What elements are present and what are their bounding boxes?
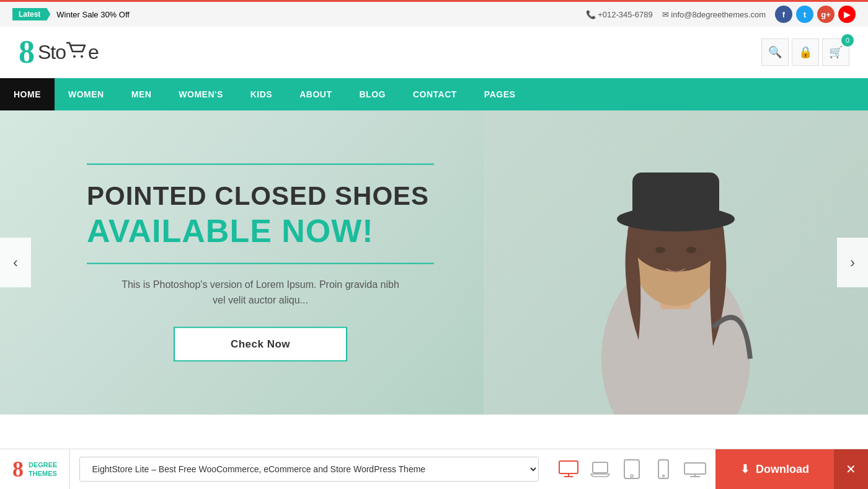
nav-item-womens[interactable]: WOMEN'S bbox=[165, 78, 236, 110]
header: 8 Sto e 🔍 🔒 0 🛒 bbox=[0, 27, 868, 78]
phone-link[interactable]: 📞 +012-345-6789 bbox=[586, 10, 653, 19]
social-icons: f t g+ ▶ bbox=[775, 6, 856, 23]
email-link[interactable]: ✉ info@8degreethemes.com bbox=[662, 10, 766, 19]
lock-icon: 🔒 bbox=[799, 45, 812, 59]
top-bar: Latest Winter Sale 30% Off 📞 +012-345-67… bbox=[0, 0, 868, 27]
nav-item-pages[interactable]: PAGES bbox=[471, 78, 529, 110]
svg-point-0 bbox=[73, 55, 76, 58]
cart-icon: 🛒 bbox=[829, 45, 843, 59]
nav-item-men[interactable]: MEN bbox=[118, 78, 166, 110]
hero-subtitle: POINTED CLOSED SHOES bbox=[87, 181, 434, 212]
search-icon: 🔍 bbox=[768, 45, 782, 59]
hero-title: AVAILABLE NOW! bbox=[87, 212, 434, 250]
nav-item-blog[interactable]: BLOG bbox=[345, 78, 399, 110]
top-bar-left: Latest Winter Sale 30% Off bbox=[12, 8, 130, 20]
logo-cart-icon bbox=[66, 42, 88, 59]
nav-item-contact[interactable]: CONTACT bbox=[399, 78, 471, 110]
hero-person-illustration bbox=[484, 110, 868, 415]
phone-icon: 📞 bbox=[586, 10, 598, 19]
hero-content: POINTED CLOSED SHOES AVAILABLE NOW! This… bbox=[87, 164, 434, 362]
youtube-icon[interactable]: ▶ bbox=[838, 6, 856, 23]
chevron-left-icon: ‹ bbox=[13, 254, 18, 271]
nav-item-women[interactable]: WOMEN bbox=[55, 78, 118, 110]
email-address: info@8degreethemes.com bbox=[671, 10, 766, 19]
main-nav: HOME WOMEN MEN WOMEN'S KIDS ABOUT BLOG C… bbox=[0, 78, 868, 110]
latest-badge: Latest bbox=[12, 8, 50, 20]
hero-divider-top bbox=[87, 164, 434, 165]
header-actions: 🔍 🔒 0 🛒 bbox=[761, 38, 849, 66]
phone-number: +012-345-6789 bbox=[598, 10, 653, 19]
site-logo[interactable]: 8 Sto e bbox=[19, 36, 99, 68]
logo-number: 8 bbox=[19, 36, 35, 68]
chevron-right-icon: › bbox=[850, 254, 855, 271]
svg-point-1 bbox=[81, 55, 83, 58]
slider-prev-button[interactable]: ‹ bbox=[0, 238, 31, 287]
twitter-icon[interactable]: t bbox=[796, 6, 813, 23]
logo-text: Sto e bbox=[38, 41, 99, 64]
top-bar-right: 📞 +012-345-6789 ✉ info@8degreethemes.com… bbox=[586, 6, 856, 23]
facebook-icon[interactable]: f bbox=[775, 6, 792, 23]
hero-divider-bottom bbox=[87, 262, 434, 264]
hero-description: This is Photoshop's version of Lorem Ips… bbox=[87, 276, 434, 308]
check-now-button[interactable]: Check Now bbox=[174, 326, 347, 361]
search-button[interactable]: 🔍 bbox=[761, 38, 789, 66]
cart-badge: 0 bbox=[841, 34, 854, 47]
nav-item-about[interactable]: ABOUT bbox=[286, 78, 345, 110]
account-button[interactable]: 🔒 bbox=[792, 38, 819, 66]
googleplus-icon[interactable]: g+ bbox=[817, 6, 835, 23]
hero-slider: ‹ POINTED CLOSED SHOES AVAILABLE NOW! Th… bbox=[0, 110, 868, 415]
nav-item-home[interactable]: HOME bbox=[0, 78, 55, 110]
cart-button[interactable]: 0 🛒 bbox=[822, 38, 849, 66]
nav-item-kids[interactable]: KIDS bbox=[237, 78, 286, 110]
hero-image bbox=[434, 110, 868, 415]
slider-next-button[interactable]: › bbox=[837, 238, 868, 287]
email-icon: ✉ bbox=[662, 10, 671, 19]
sale-text: Winter Sale 30% Off bbox=[56, 10, 130, 19]
svg-rect-12 bbox=[484, 110, 868, 415]
